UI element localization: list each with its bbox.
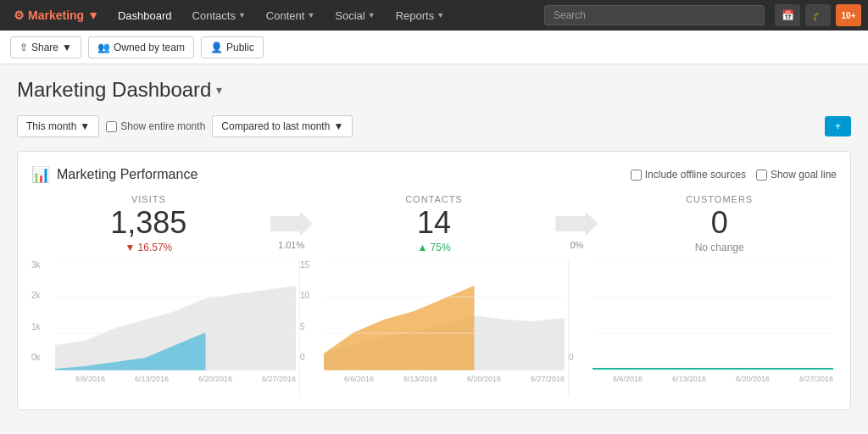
public-icon: 👤 bbox=[210, 42, 223, 53]
visits-change: ▼ 16.57% bbox=[125, 242, 172, 253]
contacts-value: 14 bbox=[417, 208, 451, 238]
add-icon: + bbox=[835, 120, 841, 132]
nav-icons-group: 📅 🎓 10+ bbox=[775, 4, 861, 26]
nav-reports[interactable]: Reports ▼ bbox=[387, 4, 453, 27]
customers-metric: CUSTOMERS 0 No change bbox=[602, 194, 837, 253]
contacts-customers-arrow: 0% bbox=[551, 194, 602, 250]
this-month-filter[interactable]: This month ▼ bbox=[17, 115, 99, 137]
academy-icon: 🎓 bbox=[812, 9, 825, 21]
contacts-svg bbox=[324, 260, 565, 370]
academy-icon-button[interactable]: 🎓 bbox=[805, 4, 831, 26]
nav-dashboard[interactable]: Dashboard bbox=[109, 4, 181, 27]
customers-chart: 0 6/6/2016 6/13/2016 6/20/2016 6/27/2016 bbox=[569, 260, 837, 396]
contacts-caret: ▼ bbox=[238, 11, 246, 19]
social-caret: ▼ bbox=[368, 11, 376, 19]
owned-by-team-button[interactable]: 👥 Owned by team bbox=[88, 36, 194, 58]
customers-svg bbox=[593, 260, 833, 370]
compared-to-label: Compared to last month bbox=[221, 120, 330, 132]
include-offline-label[interactable]: Include offline sources bbox=[631, 169, 746, 181]
card-options: Include offline sources Show goal line bbox=[631, 169, 837, 181]
team-icon: 👥 bbox=[97, 42, 110, 53]
compared-caret: ▼ bbox=[333, 120, 343, 132]
nav-contacts[interactable]: Contacts ▼ bbox=[184, 4, 254, 27]
page-title-dropdown-button[interactable]: ▾ bbox=[216, 83, 222, 97]
show-entire-month-label: Show entire month bbox=[120, 120, 205, 132]
show-goal-line-label[interactable]: Show goal line bbox=[756, 169, 837, 181]
public-button[interactable]: 👤 Public bbox=[201, 36, 264, 58]
bar-chart-icon: 📊 bbox=[31, 165, 50, 184]
page-title: Marketing Dashboard bbox=[17, 78, 211, 102]
page-title-row: Marketing Dashboard ▾ bbox=[17, 78, 851, 102]
card-header: 📊 Marketing Performance Include offline … bbox=[31, 165, 837, 184]
marketing-brand[interactable]: ⚙ Marketing ▼ bbox=[7, 8, 106, 22]
share-caret: ▼ bbox=[62, 42, 72, 53]
visits-y-labels: 3k 2k 1k 0k bbox=[31, 260, 53, 362]
sub-navigation: ⇧ Share ▼ 👥 Owned by team 👤 Public bbox=[0, 31, 868, 64]
visits-chart: 3k 2k 1k 0k 6/6/2016 bbox=[31, 260, 300, 396]
filters-row: This month ▼ Show entire month Compared … bbox=[17, 115, 851, 137]
contacts-chart: 15 10 5 0 6/6/2016 bbox=[300, 260, 569, 396]
visits-metric: VISITS 1,385 ▼ 16.57% bbox=[31, 194, 266, 253]
notifications-icon-button[interactable]: 10+ bbox=[836, 4, 861, 26]
top-navigation: ⚙ Marketing ▼ Dashboard Contacts ▼ Conte… bbox=[0, 0, 868, 31]
card-title: Marketing Performance bbox=[57, 167, 198, 182]
nav-content[interactable]: Content ▼ bbox=[258, 4, 323, 27]
this-month-caret: ▼ bbox=[80, 120, 90, 132]
customers-value: 0 bbox=[711, 208, 728, 238]
customers-label: CUSTOMERS bbox=[686, 194, 753, 204]
search-container bbox=[544, 5, 765, 25]
notification-count: 10+ bbox=[842, 11, 856, 20]
share-button[interactable]: ⇧ Share ▼ bbox=[10, 36, 81, 58]
calendar-icon-button[interactable]: 📅 bbox=[775, 4, 800, 26]
include-offline-checkbox[interactable] bbox=[631, 170, 642, 181]
contacts-metric: CONTACTS 14 ▲ 75% bbox=[317, 194, 552, 253]
contacts-change: ▲ 75% bbox=[417, 242, 450, 253]
marketing-performance-card: 📊 Marketing Performance Include offline … bbox=[17, 151, 851, 410]
arrow-shape-1 bbox=[270, 211, 313, 236]
brand-caret: ▼ bbox=[87, 8, 99, 22]
brand-label: Marketing bbox=[28, 8, 84, 22]
contacts-y-labels: 15 10 5 0 bbox=[300, 260, 322, 362]
customers-x-labels: 6/6/2016 6/13/2016 6/20/2016 6/27/2016 bbox=[593, 373, 833, 383]
nav-social[interactable]: Social ▼ bbox=[326, 4, 383, 27]
customers-y-labels: 0 bbox=[569, 260, 591, 362]
visits-svg bbox=[55, 260, 296, 370]
compared-to-filter[interactable]: Compared to last month ▼ bbox=[212, 115, 353, 137]
hubspot-icon: ⚙ bbox=[14, 8, 25, 22]
share-icon: ⇧ bbox=[19, 42, 28, 53]
page-content: Marketing Dashboard ▾ This month ▼ Show … bbox=[0, 64, 868, 424]
visits-contacts-arrow: 1.01% bbox=[266, 194, 317, 250]
contacts-label: CONTACTS bbox=[405, 194, 463, 204]
reports-caret: ▼ bbox=[437, 11, 444, 19]
arrow-label-1: 1.01% bbox=[278, 240, 304, 250]
visits-value: 1,385 bbox=[110, 208, 186, 238]
svg-marker-7 bbox=[324, 286, 475, 370]
metrics-row: VISITS 1,385 ▼ 16.57% 1.01% CONTACTS 14 … bbox=[31, 194, 837, 253]
contacts-x-labels: 6/6/2016 6/13/2016 6/20/2016 6/27/2016 bbox=[324, 373, 565, 383]
show-goal-line-checkbox[interactable] bbox=[756, 170, 767, 181]
customers-change: No change bbox=[695, 242, 744, 253]
visits-x-labels: 6/6/2016 6/13/2016 6/20/2016 6/27/2016 bbox=[55, 373, 296, 383]
content-caret: ▼ bbox=[307, 11, 314, 19]
show-entire-month-checkbox-label[interactable]: Show entire month bbox=[106, 120, 205, 132]
add-widget-button[interactable]: + bbox=[825, 116, 851, 136]
show-entire-month-checkbox[interactable] bbox=[106, 121, 117, 132]
calendar-icon: 📅 bbox=[782, 9, 794, 21]
charts-row: 3k 2k 1k 0k 6/6/2016 bbox=[31, 260, 837, 396]
this-month-label: This month bbox=[26, 120, 76, 132]
arrow-label-2: 0% bbox=[570, 240, 583, 250]
card-title-row: 📊 Marketing Performance bbox=[31, 165, 198, 184]
visits-label: VISITS bbox=[131, 194, 166, 204]
search-input[interactable] bbox=[544, 5, 765, 25]
arrow-shape-2 bbox=[555, 211, 598, 236]
